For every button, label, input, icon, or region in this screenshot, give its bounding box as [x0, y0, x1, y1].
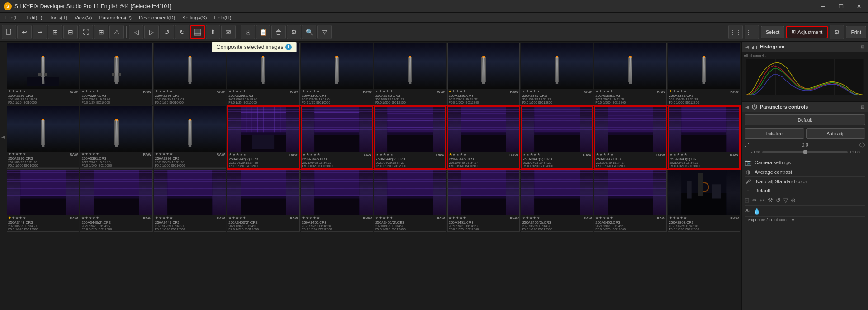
- svg-rect-66: [534, 107, 580, 132]
- menu-file[interactable]: File(F): [2, 13, 24, 23]
- thumb-250A3389[interactable]: ★★★★★ RAW 250A3389.CR3 2021/09/29 19:31:…: [668, 43, 740, 105]
- thumb-250A3391[interactable]: ★★★★★ RAW 250A3391.CR3 2021/09/29 19:31:…: [80, 106, 152, 169]
- export-button[interactable]: ⬆: [206, 25, 220, 39]
- average-contrast-label: Average contrast: [755, 169, 865, 175]
- undo-button[interactable]: ↩: [17, 25, 32, 39]
- thumb-250A3392[interactable]: ★★★★★ RAW 250A3392.CR3 2021/09/29 19:31:…: [154, 106, 226, 169]
- main-slider[interactable]: [762, 151, 848, 153]
- menu-help[interactable]: Help(H): [211, 13, 235, 23]
- thumb-250A3296[interactable]: ★★★★★ RAW 250A3296.CR3 2021/09/29 19:18:…: [7, 43, 79, 105]
- thumb-250A3452[interactable]: ★★★★★ RAW 250A3452.CR3 2021/09/29 19:34:…: [594, 170, 666, 232]
- default2-item[interactable]: ≡ Default: [745, 186, 865, 195]
- menu-parameters[interactable]: Parameters(P): [95, 13, 135, 23]
- thumbnails-area: ◀ ★★★★★: [0, 42, 741, 310]
- new-button[interactable]: [2, 25, 16, 39]
- select-button[interactable]: Select: [761, 26, 785, 38]
- thumb-250A3445-2[interactable]: ★★★★★ RAW 250A3445(2).CR3 2021/09/29 19:…: [227, 106, 299, 169]
- crop-icon[interactable]: ⊡: [745, 197, 750, 204]
- eyedrop-icon[interactable]: 💧: [753, 208, 760, 215]
- clone-icon[interactable]: ✂: [760, 197, 765, 204]
- rotate-icon[interactable]: ↺: [776, 197, 781, 204]
- eye-icon[interactable]: 👁: [745, 208, 750, 215]
- thumb-250A3447[interactable]: ★★★★★ RAW 250A3447.CR3 2021/09/29 19:34:…: [594, 106, 666, 169]
- thumb-250A3451-2[interactable]: ★★★★★ RAW 250A3451(2).CR3 2021/09/29 19:…: [374, 170, 446, 232]
- svg-point-19: [482, 56, 485, 58]
- copy-button[interactable]: ⎘: [241, 25, 255, 39]
- titlebar: S SILKYPIX Developer Studio Pro 11 Engli…: [0, 0, 868, 13]
- filter-button[interactable]: ▽: [317, 25, 332, 39]
- grid3-button[interactable]: ⊞: [94, 25, 108, 39]
- separator-1: [126, 26, 127, 38]
- thumb-250A3446[interactable]: ★★★★★ RAW 250A3446.CR3 2021/09/29 19:34:…: [447, 106, 519, 169]
- rotate-ccw-button[interactable]: ↺: [160, 25, 174, 39]
- initialize-btn[interactable]: Initialize: [745, 128, 804, 139]
- auto-adj-btn[interactable]: Auto adj.: [806, 128, 866, 139]
- toolbar: ↩ ↪ ⊞ ⊟ ⛶ ⊞ ⚠ ◁ ▷ ↺ ↻ ⬆ ✉ ⎘ 📋 🗑 ⚙ 🔍 ▽ ⋮⋮…: [0, 23, 868, 42]
- thumb-250A3868[interactable]: ★★★★★ RAW 250A3868.CR3 2021/09/29 19:43:…: [668, 170, 740, 232]
- thumb-image: [522, 107, 592, 152]
- thumb-image: [668, 43, 740, 89]
- thumb-250A3449[interactable]: ★★★★★ RAW 250A3449.CR3 2021/09/29 19:34:…: [154, 170, 226, 232]
- thumb-250A3300[interactable]: ★★★★★ RAW 250A3300.CR3 2021/09/29 19:18:…: [301, 43, 373, 105]
- loupe-button[interactable]: 🔍: [302, 25, 316, 39]
- thumb-250A3388[interactable]: ★★★★★ RAW 250A3388.CR3 2021/09/29 19:31:…: [594, 43, 666, 105]
- trash-button[interactable]: 🗑: [271, 25, 286, 39]
- default-label: Default: [798, 118, 812, 123]
- thumb-image: [594, 43, 666, 89]
- grid2-button[interactable]: ⊟: [63, 25, 78, 39]
- menu-settings[interactable]: Settings(S): [179, 13, 210, 23]
- close-button[interactable]: ✕: [850, 0, 868, 13]
- thumb-250A3449-2[interactable]: ★★★★★ RAW 250A3449(2).CR3 2021/09/29 19:…: [80, 170, 152, 232]
- options-button[interactable]: ⚙: [830, 25, 844, 39]
- thumb-250A3448-2[interactable]: ★★★★★ RAW 250A3448(2).CR3 2021/09/29 19:…: [668, 106, 740, 169]
- menu-view[interactable]: View(V): [71, 13, 95, 23]
- thumb-250A3387[interactable]: ★★★★★ RAW 250A3387.CR3 2021/09/29 19:31:…: [521, 43, 593, 105]
- thumb-250A3448[interactable]: ★★★★★ RAW 250A3448.CR3 2021/09/29 19:34:…: [7, 170, 79, 232]
- paint-icon[interactable]: ✏: [752, 197, 757, 204]
- rotate-cw-button[interactable]: ↻: [175, 25, 189, 39]
- warning-button[interactable]: ⚠: [109, 25, 124, 39]
- columns2-button[interactable]: ⋮⋮: [745, 25, 759, 39]
- menu-development[interactable]: Development(D): [135, 13, 179, 23]
- thumb-image: [154, 106, 226, 152]
- thumb-250A3446-2[interactable]: ★★★★★ RAW 250A3446(2).CR3 2021/09/29 19:…: [374, 106, 446, 169]
- convert-button[interactable]: ⚙: [287, 25, 301, 39]
- thumb-250A3390[interactable]: ★★★★★ RAW 250A3390.CR3 2021/09/29 19:31:…: [7, 106, 79, 169]
- columns-button[interactable]: ⋮⋮: [728, 25, 743, 39]
- natural-std-color-item[interactable]: 🖌 [Natural] Standard color: [745, 177, 865, 186]
- adjustment-button[interactable]: ⊞ Adjustment: [786, 26, 828, 38]
- params-header[interactable]: ◀ Parameters controls ⊞: [742, 102, 868, 112]
- camera-settings-item[interactable]: 📷 Camera settings: [745, 158, 865, 167]
- redo-button[interactable]: ↪: [33, 25, 47, 39]
- prev-button[interactable]: ◁: [129, 25, 143, 39]
- thumb-250A3386[interactable]: ★★★★★ RAW 250A3386.CR3 2021/09/29 19:31:…: [447, 43, 519, 105]
- paste-button[interactable]: 📋: [256, 25, 270, 39]
- histogram-header[interactable]: ◀ Histogram ⊞: [742, 42, 868, 52]
- thumb-250A3451[interactable]: ★★★★★ RAW 250A3451.CR3 2021/09/29 19:34:…: [447, 170, 519, 232]
- next-button[interactable]: ▷: [144, 25, 159, 39]
- window-title: SILKYPIX Developer Studio Pro 11 English…: [14, 3, 171, 10]
- thumb-250A3297[interactable]: ★★★★★ RAW 250A3297.CR3 2021/09/29 19:18:…: [80, 43, 152, 105]
- repair-icon[interactable]: ⚒: [768, 197, 773, 204]
- histogram-chart: [744, 59, 866, 95]
- menu-tools[interactable]: Tools(T): [46, 13, 71, 23]
- menu-edit[interactable]: Edit(E): [24, 13, 46, 23]
- restore-button[interactable]: ❐: [832, 0, 850, 13]
- thumb-250A3450-2[interactable]: ★★★★★ RAW 250A3450(2).CR3 2021/09/29 19:…: [227, 170, 299, 232]
- camera-settings-label: Camera settings: [755, 160, 865, 165]
- thumb-250A3445[interactable]: ★★★★★ RAW 250A3445.CR3 2021/09/29 19:34:…: [301, 106, 373, 169]
- thumb-250A3450[interactable]: ★★★★★ RAW 250A3450.CR3 2021/09/29 19:34:…: [301, 170, 373, 232]
- thumb-250A3385[interactable]: ★★★★★ RAW 250A3385.CR3 2021/09/29 19:31:…: [374, 43, 446, 105]
- print-button[interactable]: Print: [846, 26, 866, 38]
- default-btn[interactable]: Default: [745, 114, 865, 125]
- thumb-250A3452-2[interactable]: ★★★★★ RAW 250A3452(2).CR3 2021/09/29 19:…: [521, 170, 593, 232]
- zoom-fit-button[interactable]: ⛶: [79, 25, 93, 39]
- average-contrast-item[interactable]: ◑ Average contrast: [745, 167, 865, 177]
- filter2-icon[interactable]: ▽: [783, 197, 788, 204]
- thumb-250A3447-2[interactable]: ★★★★★ RAW 250A3447(2).CR3 2021/09/29 19:…: [521, 106, 593, 169]
- composite-button[interactable]: [190, 25, 205, 39]
- adjust-icon[interactable]: ⊕: [791, 197, 796, 204]
- mail-button[interactable]: ✉: [221, 25, 236, 39]
- minimize-button[interactable]: ─: [814, 0, 832, 13]
- grid-button[interactable]: ⊞: [48, 25, 62, 39]
